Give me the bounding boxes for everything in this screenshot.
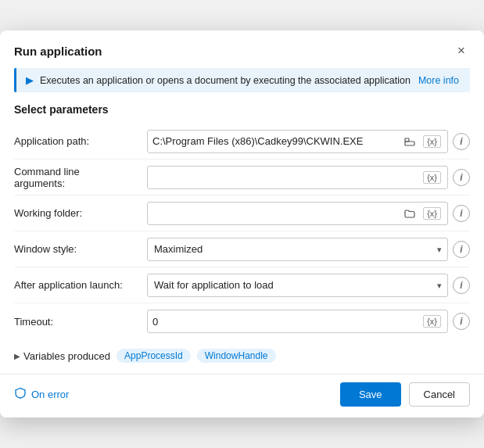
label-window-style: Window style: [14,243,139,255]
folder-browse-button[interactable] [400,202,419,224]
banner-text: Executes an application or opens a docum… [40,75,411,86]
shield-icon [14,387,27,402]
after-launch-select-wrapper: Wait for application to load Continue im… [147,274,448,297]
on-error-label: On error [31,389,69,400]
variable-badge-button-cmd[interactable]: {x} [419,167,447,188]
variables-row: ▶ Variables produced AppProcessId Window… [0,339,484,371]
timeout-input[interactable] [148,310,419,332]
label-command-line: Command line arguments: [14,166,139,189]
more-info-link[interactable]: More info [418,75,459,86]
var-chip-appprocessid: AppProcessId [117,349,191,363]
footer: On error Save Cancel [0,374,484,418]
control-window-style: Maximized Normal Minimized Hidden ▾ i [147,238,470,261]
application-path-input-wrapper: {x} [147,130,448,153]
after-launch-select[interactable]: Wait for application to load Continue im… [147,274,448,297]
chevron-right-icon: ▶ [14,352,20,360]
title-bar: Run application × [0,30,484,68]
variable-badge-button-timeout[interactable]: {x} [419,310,447,332]
on-error-button[interactable]: On error [14,387,69,402]
info-banner: ▶ Executes an application or opens a doc… [14,68,470,92]
svg-rect-1 [405,142,414,145]
run-application-dialog: Run application × ▶ Executes an applicat… [0,30,484,418]
save-button[interactable]: Save [340,382,401,407]
window-style-select-wrapper: Maximized Normal Minimized Hidden ▾ [147,238,448,261]
info-icon-folder[interactable]: i [453,205,470,222]
footer-buttons: Save Cancel [340,382,470,407]
variables-label: Variables produced [23,350,110,362]
command-line-input-wrapper: {x} [147,166,448,189]
application-path-input[interactable] [148,131,400,152]
variable-badge-button-path[interactable]: {x} [419,131,447,152]
info-icon-window-style[interactable]: i [453,241,470,258]
param-row-command-line: Command line arguments: {x} i [14,159,470,195]
label-after-launch: After application launch: [14,279,139,291]
params-grid: Application path: {x} i Command line arg… [0,124,484,339]
file-browse-button[interactable] [400,131,419,152]
working-folder-input-wrapper: {x} [147,202,448,225]
info-icon-path[interactable]: i [453,133,470,150]
cancel-button[interactable]: Cancel [409,382,470,407]
section-title: Select parameters [0,102,484,124]
control-after-launch: Wait for application to load Continue im… [147,274,470,297]
dialog-title: Run application [14,45,102,58]
param-row-after-launch: After application launch: Wait for appli… [14,267,470,303]
close-button[interactable]: × [453,41,470,60]
label-timeout: Timeout: [14,316,139,328]
info-icon-timeout[interactable]: i [453,313,470,330]
control-timeout: {x} i [147,310,470,333]
control-working-folder: {x} i [147,202,470,225]
control-command-line: {x} i [147,166,470,189]
info-icon-cmd[interactable]: i [453,169,470,186]
variable-badge-button-folder[interactable]: {x} [419,202,447,224]
param-row-application-path: Application path: {x} i [14,124,470,159]
info-icon-after-launch[interactable]: i [453,277,470,294]
variables-toggle[interactable]: ▶ Variables produced [14,350,110,362]
var-badge-path: {x} [423,135,441,148]
timeout-input-wrapper: {x} [147,310,448,333]
var-badge-cmd: {x} [423,171,441,184]
play-icon: ▶ [26,74,34,86]
var-badge-timeout: {x} [423,315,441,328]
command-line-input[interactable] [148,167,419,188]
var-chip-windowhandle: WindowHandle [197,349,276,363]
var-badge-folder: {x} [423,207,441,220]
window-style-select[interactable]: Maximized Normal Minimized Hidden [147,238,448,261]
svg-rect-0 [405,138,409,142]
label-application-path: Application path: [14,135,139,147]
control-application-path: {x} i [147,130,470,153]
param-row-window-style: Window style: Maximized Normal Minimized… [14,231,470,267]
param-row-working-folder: Working folder: {x} i [14,195,470,231]
param-row-timeout: Timeout: {x} i [14,303,470,339]
label-working-folder: Working folder: [14,207,139,219]
working-folder-input[interactable] [148,202,400,224]
